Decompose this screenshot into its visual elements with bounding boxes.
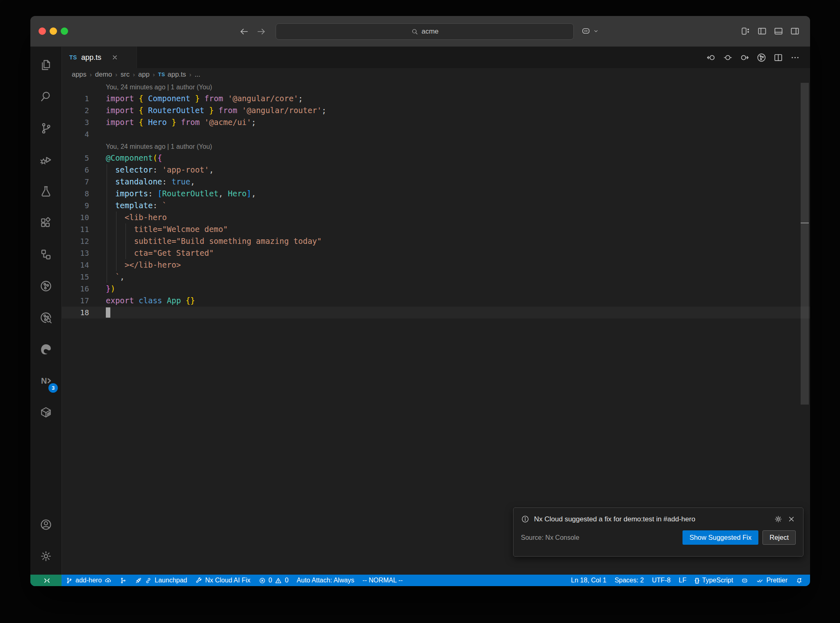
- breadcrumb-item[interactable]: ...: [195, 70, 201, 78]
- line-number: 18: [62, 307, 95, 318]
- notification-settings-icon[interactable]: [774, 515, 783, 523]
- code-row: 17export class App {}: [62, 295, 810, 307]
- indent-guide: [107, 259, 107, 271]
- status-item[interactable]: Launchpad: [131, 575, 191, 586]
- line-number: 11: [62, 223, 95, 235]
- indent-guide: [126, 223, 126, 235]
- graph-circle-icon[interactable]: [756, 52, 767, 63]
- more-actions-icon[interactable]: [790, 52, 800, 63]
- copilot-menu[interactable]: [581, 26, 599, 36]
- activity-item-graph-search[interactable]: [33, 305, 59, 331]
- status-item[interactable]: Nx Cloud AI Fix: [191, 575, 254, 586]
- code-line: imports: [RouterOutlet, Hero],: [106, 189, 256, 198]
- indent-guide: [126, 247, 126, 259]
- code-line: `,: [106, 272, 125, 281]
- notification-source: Source: Nx Console: [521, 534, 678, 541]
- activity-item-package[interactable]: [33, 399, 59, 425]
- notification-close-icon[interactable]: [787, 515, 796, 523]
- show-suggested-fix-button[interactable]: Show Suggested Fix: [682, 530, 758, 545]
- breadcrumb-separator: ›: [133, 71, 135, 78]
- activity-item-settings[interactable]: [33, 543, 59, 569]
- activity-item-run-debug[interactable]: [33, 147, 59, 173]
- nav-dash-circle-icon[interactable]: [723, 52, 733, 63]
- window-minimize-button[interactable]: [50, 27, 57, 35]
- line-number: 12: [62, 235, 95, 247]
- status-item[interactable]: Prettier: [752, 575, 792, 586]
- indent-guide: [116, 247, 116, 259]
- status-item[interactable]: [116, 575, 131, 586]
- status-item[interactable]: [737, 575, 752, 586]
- notification-toast: Nx Cloud suggested a fix for demo:test i…: [513, 507, 803, 557]
- line-number: 2: [62, 105, 95, 116]
- activity-item-nx-console[interactable]: 3: [33, 368, 59, 394]
- code-editor[interactable]: You, 24 minutes ago | 1 author (You)1imp…: [62, 81, 810, 575]
- indent-guide: [107, 176, 107, 188]
- activity-item-search[interactable]: [33, 84, 59, 110]
- activity-item-edge-browser[interactable]: [33, 336, 59, 362]
- split-editor-icon[interactable]: [773, 52, 783, 63]
- notification-title: Nx Cloud suggested a fix for demo:test i…: [534, 515, 769, 523]
- code-row: 8 imports: [RouterOutlet, Hero],: [62, 188, 810, 200]
- activity-item-testing[interactable]: [33, 178, 59, 205]
- nav-back-circle-icon[interactable]: [706, 52, 716, 63]
- window-close-button[interactable]: [39, 27, 46, 35]
- branch-icon: [66, 577, 73, 584]
- breadcrumb-item[interactable]: apps: [72, 70, 87, 78]
- indent-guide: [107, 164, 107, 176]
- reject-button[interactable]: Reject: [762, 530, 796, 545]
- extensions-icon: [39, 216, 52, 230]
- history-back-icon[interactable]: [239, 26, 249, 37]
- history-forward-icon[interactable]: [256, 26, 267, 37]
- activity-item-source-control[interactable]: [33, 115, 59, 141]
- status-item[interactable]: LF: [675, 575, 691, 586]
- status-item[interactable]: Ln 18, Col 1: [567, 575, 610, 586]
- layout-sidebar-icon[interactable]: [757, 26, 767, 36]
- indent-guide: [116, 211, 116, 223]
- layout-panel-icon[interactable]: [773, 26, 784, 36]
- code-line: <lib-hero: [106, 213, 167, 222]
- activity-item-extensions[interactable]: [33, 210, 59, 236]
- tab-close-icon[interactable]: [111, 54, 119, 61]
- code-row: 18: [62, 307, 810, 318]
- tab-app-ts[interactable]: TS app.ts: [62, 47, 137, 68]
- indent-guide: [116, 259, 116, 271]
- nav-forward-circle-icon[interactable]: [740, 52, 750, 63]
- activity-badge: 3: [48, 383, 58, 393]
- git-blame-annotation: You, 24 minutes ago | 1 author (You): [106, 84, 212, 91]
- status-item[interactable]: UTF-8: [648, 575, 675, 586]
- indent-guide: [107, 271, 107, 283]
- status-item[interactable]: -- NORMAL --: [358, 575, 407, 586]
- breadcrumb-item[interactable]: src: [121, 70, 130, 78]
- code-row: 10 <lib-hero: [62, 211, 810, 223]
- status-item[interactable]: Spaces: 2: [610, 575, 648, 586]
- status-item[interactable]: Auto Attach: Always: [292, 575, 358, 586]
- activity-item-explorer[interactable]: [33, 52, 59, 78]
- status-item[interactable]: [792, 575, 807, 586]
- status-item[interactable]: add-hero: [62, 575, 116, 586]
- code-line: ></lib-hero>: [106, 260, 181, 269]
- window-zoom-button[interactable]: [61, 27, 68, 35]
- explorer-icon: [39, 59, 52, 72]
- breadcrumb-item[interactable]: app: [138, 70, 150, 78]
- status-item[interactable]: 00: [255, 575, 293, 586]
- code-row: 2import { RouterOutlet } from '@angular/…: [62, 105, 810, 116]
- package-icon: [39, 406, 52, 419]
- tab-label: app.ts: [81, 53, 101, 62]
- activity-item-project-graph[interactable]: [33, 273, 59, 299]
- breadcrumb-item[interactable]: TSapp.ts: [158, 70, 186, 78]
- indent-guide: [107, 247, 107, 259]
- breadcrumb-separator: ›: [90, 71, 92, 78]
- remote-icon: [42, 577, 50, 584]
- command-center-search[interactable]: acme: [276, 23, 574, 40]
- remote-indicator[interactable]: [30, 575, 62, 586]
- activity-item-hierarchy[interactable]: [33, 241, 59, 268]
- scrollbar-thumb[interactable]: [801, 83, 809, 405]
- editor-actions: [706, 47, 810, 68]
- layout-sidebar-right-icon[interactable]: [790, 26, 800, 36]
- code-row: 15 `,: [62, 271, 810, 283]
- code-row: 6 selector: 'app-root',: [62, 164, 810, 176]
- activity-item-account[interactable]: [33, 512, 59, 538]
- layout-customize-icon[interactable]: [740, 26, 751, 36]
- status-item[interactable]: {}TypeScript: [691, 575, 737, 586]
- breadcrumb-item[interactable]: demo: [95, 70, 112, 78]
